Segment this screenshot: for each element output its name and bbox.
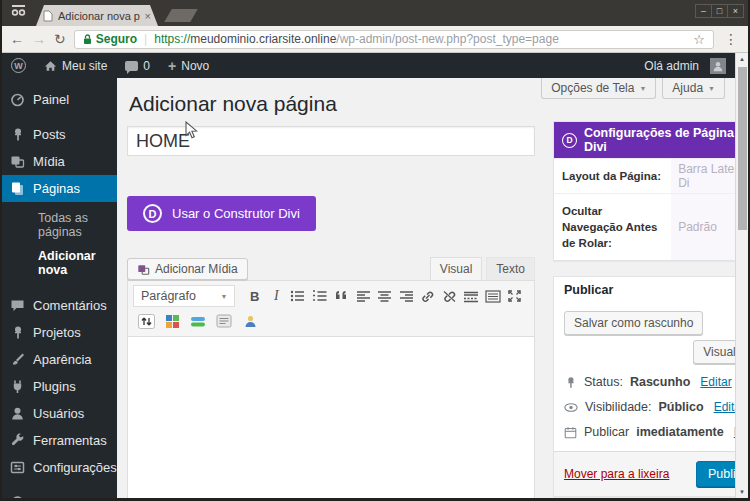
sidebar-item-adicionar-nova[interactable]: Adicionar nova	[2, 244, 117, 282]
back-icon[interactable]: ←	[10, 32, 24, 46]
page-scrollbar[interactable]: ▲ ▼	[735, 53, 748, 498]
scrollbar-thumb[interactable]	[738, 67, 747, 230]
maximize-icon[interactable]: □	[711, 4, 728, 18]
layout-bars-button[interactable]	[187, 311, 209, 331]
help-button[interactable]: Ajuda ▼	[662, 78, 725, 99]
bold-button[interactable]: B	[244, 286, 265, 306]
sidebar-item-painel[interactable]: Painel	[2, 86, 117, 113]
sidebar-item-ferramentas[interactable]: Ferramentas	[2, 427, 117, 454]
blockquote-button[interactable]	[331, 286, 352, 306]
sidebar-item-label: Comentários	[33, 298, 107, 313]
color-grid-button[interactable]	[161, 311, 183, 331]
dashboard-icon	[10, 92, 25, 107]
remove-link-button[interactable]	[439, 286, 460, 306]
sidebar-item-posts[interactable]: Posts	[2, 121, 117, 148]
use-divi-builder-button[interactable]: D Usar o Construtor Divi	[127, 196, 316, 231]
browser-menu-dots-icon[interactable]: ⋮	[722, 31, 740, 47]
bulleted-list-button[interactable]	[288, 286, 309, 306]
tab-close-icon[interactable]: ×	[145, 10, 151, 22]
align-right-button[interactable]	[396, 286, 417, 306]
sidebar-item-label: Aparência	[33, 352, 92, 367]
numbered-list-button[interactable]	[309, 286, 330, 306]
scroll-up-icon[interactable]: ▲	[739, 53, 745, 65]
sidebar-item-usuarios[interactable]: Usuários	[2, 400, 117, 427]
toolbar-toggle-button[interactable]	[483, 286, 504, 306]
page-title: Adicionar nova página	[129, 92, 535, 116]
wp-logo[interactable]: W	[2, 53, 35, 78]
sidebar-item-midia[interactable]: Mídia	[2, 148, 117, 175]
scroll-down-icon[interactable]: ▼	[739, 486, 745, 498]
pin-icon	[10, 325, 25, 340]
url-bar[interactable]: Seguro | https:// meudominio.criarsite.o…	[74, 30, 714, 49]
browser-window: Adicionar nova págin × – □ × ← → ↻ Segur…	[0, 0, 750, 501]
sort-arrows-button[interactable]	[135, 311, 157, 331]
publish-panel: Publicar ▲ Salvar como rascunho Visualiz…	[553, 276, 748, 497]
tab-visual[interactable]: Visual	[430, 257, 482, 280]
divi-panel-header[interactable]: D Configurações de Página Divi ▲	[554, 122, 748, 158]
sidebar-item-divi[interactable]: D Divi	[2, 489, 117, 501]
url-path: /wp-admin/post-new.php?post_type=page	[336, 32, 693, 46]
minimize-icon[interactable]: –	[695, 4, 712, 18]
fullscreen-button[interactable]	[504, 286, 525, 306]
bookmark-star-icon[interactable]: ☆	[693, 32, 705, 47]
avatar	[710, 58, 726, 74]
sidebar-item-comentarios[interactable]: Comentários	[2, 292, 117, 319]
sidebar-item-projetos[interactable]: Projetos	[2, 319, 117, 346]
comments-count: 0	[143, 59, 150, 73]
move-to-trash-link[interactable]: Mover para a lixeira	[564, 467, 669, 481]
profile-person-button[interactable]	[239, 311, 261, 331]
sidebar-item-paginas[interactable]: Páginas	[2, 175, 117, 202]
chevron-down-icon: ▼	[708, 85, 715, 92]
read-more-button[interactable]	[461, 286, 482, 306]
sidebar-item-label: Posts	[33, 127, 66, 142]
pin-icon	[564, 376, 577, 389]
admin-bar-comments[interactable]: 0	[116, 53, 159, 78]
site-name: Meu site	[62, 59, 107, 73]
template-box-button[interactable]	[213, 311, 235, 331]
sidebar-item-configuracoes[interactable]: Configurações	[2, 454, 117, 481]
browser-tab[interactable]: Adicionar nova págin ×	[36, 5, 158, 26]
align-left-button[interactable]	[353, 286, 374, 306]
url-host: meudominio.criarsite.online	[190, 32, 336, 46]
divi-settings-panel: D Configurações de Página Divi ▲ Layout …	[553, 121, 748, 261]
paragraph-select[interactable]: Parágrafo ▼	[133, 285, 235, 307]
secure-chip[interactable]: Seguro	[83, 32, 137, 46]
calendar-icon	[564, 426, 577, 439]
admin-bar-account[interactable]: Olá admin	[635, 53, 735, 78]
admin-sidebar: Painel Posts Mídia Páginas Todas as pági…	[2, 78, 117, 498]
new-tab-button[interactable]	[164, 9, 198, 22]
pin-icon	[10, 127, 25, 142]
insert-link-button[interactable]	[418, 286, 439, 306]
publish-panel-header[interactable]: Publicar ▲	[554, 277, 748, 303]
page-title-input[interactable]	[127, 126, 535, 156]
wrench-icon	[10, 433, 25, 448]
browser-menu-icon[interactable]	[10, 3, 28, 21]
divi-nav-row: Ocultar Navegação Antes de Rolar: Padrão…	[554, 193, 748, 260]
save-draft-button[interactable]: Salvar como rascunho	[564, 311, 703, 335]
admin-bar-new[interactable]: + Novo	[159, 53, 218, 78]
screen-options-button[interactable]: Opções de Tela ▼	[541, 78, 656, 99]
add-media-button[interactable]: Adicionar Mídia	[127, 258, 248, 280]
visibility-label: Visibilidade:	[585, 400, 651, 414]
status-label: Status:	[584, 375, 623, 389]
help-label: Ajuda	[672, 81, 703, 95]
reload-icon[interactable]: ↻	[54, 32, 66, 46]
tab-texto[interactable]: Texto	[486, 257, 535, 280]
align-center-button[interactable]	[374, 286, 395, 306]
sidebar-item-todas-as-paginas[interactable]: Todas as páginas	[2, 206, 117, 244]
schedule-value: imediatamente	[636, 425, 724, 439]
settings-icon	[10, 460, 25, 475]
close-icon[interactable]: ×	[727, 4, 744, 18]
sidebar-item-aparencia[interactable]: Aparência	[2, 346, 117, 373]
edit-status-link[interactable]: Editar	[700, 375, 731, 389]
publish-panel-title: Publicar	[564, 283, 613, 297]
italic-button[interactable]: I	[266, 286, 287, 306]
chevron-down-icon: ▼	[220, 293, 227, 300]
add-media-label: Adicionar Mídia	[155, 262, 238, 276]
comments-bubble-icon	[125, 61, 138, 71]
forward-icon: →	[32, 32, 46, 46]
editor-content-area[interactable]	[128, 337, 534, 498]
sidebar-item-plugins[interactable]: Plugins	[2, 373, 117, 400]
admin-bar-site[interactable]: Meu site	[35, 53, 116, 78]
plus-icon: +	[168, 58, 176, 74]
